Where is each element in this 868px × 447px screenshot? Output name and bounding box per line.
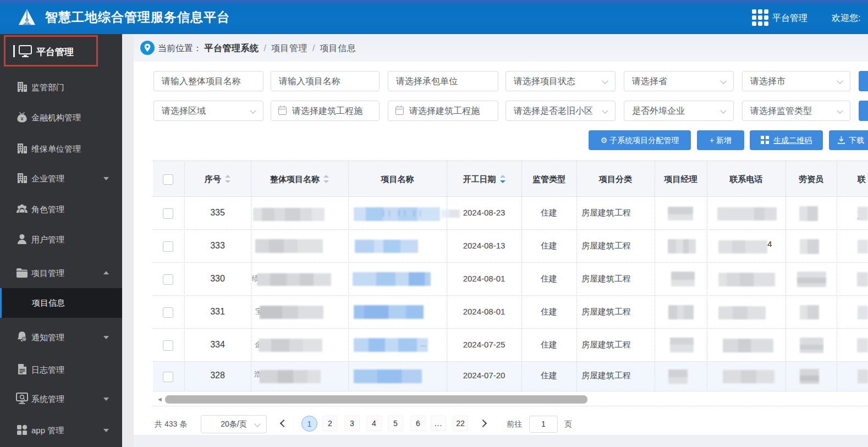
svg-text:¥: ¥ [20, 116, 24, 122]
svg-text:Q: Q [23, 338, 25, 342]
